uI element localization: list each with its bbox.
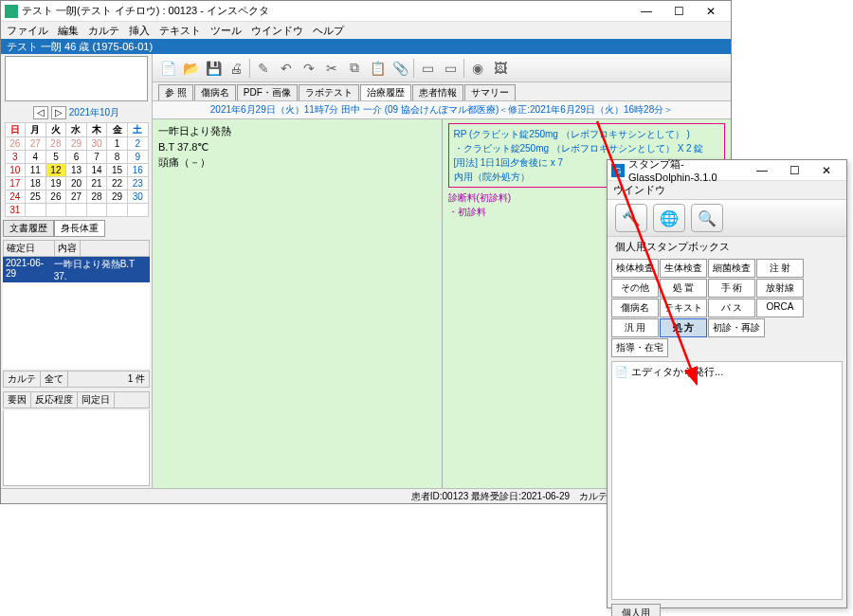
- cal-day[interactable]: [45, 204, 66, 217]
- cal-day[interactable]: [86, 204, 107, 217]
- cal-day[interactable]: 26: [5, 137, 26, 151]
- cal-day[interactable]: 15: [107, 164, 128, 177]
- stamp-tool-search-icon[interactable]: 🔍: [691, 204, 723, 232]
- cal-day[interactable]: 24: [5, 190, 26, 204]
- menu-カルテ[interactable]: カルテ: [88, 24, 119, 37]
- clip-button[interactable]: 📎: [390, 59, 409, 78]
- cal-day[interactable]: 17: [5, 177, 26, 190]
- tab-2[interactable]: PDF・画像: [237, 84, 298, 100]
- paste-button[interactable]: 📋: [368, 59, 387, 78]
- stamp-close-button[interactable]: ✕: [810, 161, 843, 180]
- filter-karte[interactable]: カルテ: [4, 371, 41, 387]
- save-button[interactable]: 💾: [204, 59, 223, 78]
- stamp-tool-hammer-icon[interactable]: 🔨: [615, 204, 647, 232]
- menu-ツール[interactable]: ツール: [210, 24, 242, 37]
- cal-day[interactable]: 7: [86, 151, 107, 164]
- stamp-tool-globe-icon[interactable]: 🌐: [653, 204, 685, 232]
- stamp-cat-2[interactable]: 細菌検査: [708, 259, 755, 278]
- maximize-button[interactable]: ☐: [662, 2, 695, 21]
- cal-day[interactable]: 19: [45, 177, 66, 190]
- tab-4[interactable]: 治療履歴: [360, 84, 411, 100]
- cal-day[interactable]: 1: [107, 137, 128, 151]
- image-button[interactable]: 🖼: [491, 59, 510, 78]
- cal-day[interactable]: 28: [45, 137, 66, 151]
- stamp-cat-3[interactable]: 注 射: [756, 259, 804, 278]
- menu-ウインドウ[interactable]: ウインドウ: [251, 24, 303, 37]
- menu-テキスト[interactable]: テキスト: [159, 24, 201, 37]
- cal-day[interactable]: 22: [107, 177, 128, 190]
- tab-doc-history[interactable]: 文書履歴: [3, 220, 54, 237]
- cal-day[interactable]: 9: [127, 151, 148, 164]
- cal-day[interactable]: 23: [127, 177, 148, 190]
- stamp-item-editor-publish[interactable]: 📄 エディタから発行...: [615, 365, 839, 379]
- stamp-cat-16[interactable]: 指導・在宅: [611, 338, 668, 357]
- cal-day[interactable]: 10: [5, 164, 26, 177]
- calendar-month-label[interactable]: 2021年10月: [69, 106, 119, 119]
- cal-day[interactable]: [26, 204, 46, 217]
- cal-next-button[interactable]: ▷: [51, 106, 66, 119]
- cal-day[interactable]: 21: [86, 177, 107, 190]
- new-button[interactable]: 📄: [158, 59, 177, 78]
- cal-day[interactable]: 11: [26, 164, 46, 177]
- document-thumbnail[interactable]: [5, 56, 148, 101]
- cal-day[interactable]: 8: [107, 151, 128, 164]
- stamp-button[interactable]: ◉: [468, 59, 487, 78]
- cal-day[interactable]: [127, 204, 148, 217]
- cal-day[interactable]: 30: [127, 190, 148, 204]
- tab-1[interactable]: 傷病名: [194, 84, 236, 100]
- edit-button[interactable]: ✎: [254, 59, 273, 78]
- tab-3[interactable]: ラボテスト: [299, 84, 359, 100]
- cut-button[interactable]: ✂: [322, 59, 341, 78]
- minimize-button[interactable]: —: [630, 2, 662, 21]
- cal-day[interactable]: 4: [26, 151, 46, 164]
- tab-height-weight[interactable]: 身長体重: [54, 220, 105, 237]
- tab-5[interactable]: 患者情報: [412, 84, 463, 100]
- stamp-cat-1[interactable]: 生体検査: [660, 259, 707, 278]
- menu-ヘルプ[interactable]: ヘルプ: [313, 24, 344, 37]
- undo-button[interactable]: ↶: [277, 59, 296, 78]
- menu-挿入[interactable]: 挿入: [129, 24, 150, 37]
- print-button[interactable]: 🖨: [227, 59, 245, 78]
- stamp-cat-7[interactable]: 放射線: [756, 279, 804, 298]
- cal-day[interactable]: 28: [86, 190, 107, 204]
- cal-day[interactable]: [107, 204, 128, 217]
- stamp-cat-5[interactable]: 処 置: [660, 279, 707, 298]
- cal-day[interactable]: 27: [66, 190, 87, 204]
- open-button[interactable]: 📂: [181, 59, 200, 78]
- cal-day[interactable]: 18: [26, 177, 46, 190]
- cal-day[interactable]: 12: [45, 164, 66, 177]
- filter-all[interactable]: 全て: [41, 371, 68, 387]
- calendar[interactable]: 日月火水木金土262728293012345678910111213141516…: [5, 122, 149, 217]
- cal-day[interactable]: 2: [127, 137, 148, 151]
- stamp-cat-10[interactable]: パ ス: [708, 299, 755, 317]
- cal-day[interactable]: 27: [26, 137, 46, 151]
- soap-panel[interactable]: 一昨日より発熱 B.T 37.8℃ 頭痛（－）: [153, 119, 443, 488]
- cal-day[interactable]: 5: [45, 151, 66, 164]
- cal-day[interactable]: 13: [66, 164, 87, 177]
- cal-day[interactable]: 31: [5, 204, 26, 217]
- cal-day[interactable]: 25: [26, 190, 46, 204]
- stamp-menu-window[interactable]: ウインドウ: [608, 181, 846, 199]
- stamp-maximize-button[interactable]: ☐: [778, 161, 810, 180]
- cal-day[interactable]: 29: [107, 190, 128, 204]
- stamp-cat-11[interactable]: ORCA: [756, 299, 804, 317]
- stamp-cat-14[interactable]: 初診・再診: [708, 318, 765, 337]
- stamp-cat-9[interactable]: テキスト: [660, 299, 707, 317]
- doc1-button[interactable]: ▭: [418, 59, 437, 78]
- cal-day[interactable]: 30: [86, 137, 107, 151]
- cal-day[interactable]: 20: [66, 177, 87, 190]
- cal-day[interactable]: 16: [127, 164, 148, 177]
- tab-6[interactable]: サマリー: [464, 84, 516, 100]
- redo-button[interactable]: ↷: [299, 59, 318, 78]
- menu-ファイル[interactable]: ファイル: [7, 24, 48, 37]
- stamp-cat-0[interactable]: 検体検査: [611, 259, 659, 278]
- stamp-minimize-button[interactable]: —: [746, 161, 778, 180]
- cal-day[interactable]: 26: [45, 190, 66, 204]
- stamp-cat-6[interactable]: 手 術: [708, 279, 755, 298]
- cal-prev-button[interactable]: ◁: [33, 106, 48, 119]
- cal-day[interactable]: 3: [5, 151, 26, 164]
- stamp-cat-8[interactable]: 傷病名: [611, 299, 659, 317]
- stamp-cat-4[interactable]: その他: [611, 279, 659, 298]
- stamp-tab-personal[interactable]: 個人用: [611, 604, 661, 616]
- stamp-cat-13[interactable]: 処 方: [660, 318, 707, 337]
